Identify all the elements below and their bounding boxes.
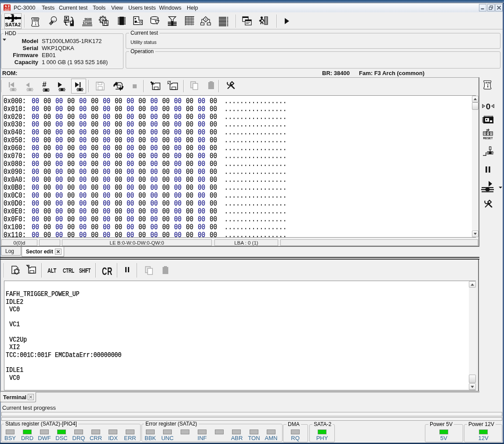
svg-text:#: # (42, 80, 47, 89)
svg-text:0110: 0110 (486, 81, 490, 84)
svg-text:?: ? (205, 18, 207, 22)
svg-text:9600: 9600 (84, 18, 92, 21)
svg-text:57600: 57600 (83, 22, 92, 25)
svg-text:0: 0 (487, 132, 489, 135)
svg-text:0: 0 (484, 132, 486, 135)
svg-text:RESET: RESET (483, 137, 493, 140)
svg-text:0: 0 (490, 132, 492, 135)
svg-text:1: 1 (486, 129, 488, 132)
svg-text:0: 0 (486, 102, 491, 111)
